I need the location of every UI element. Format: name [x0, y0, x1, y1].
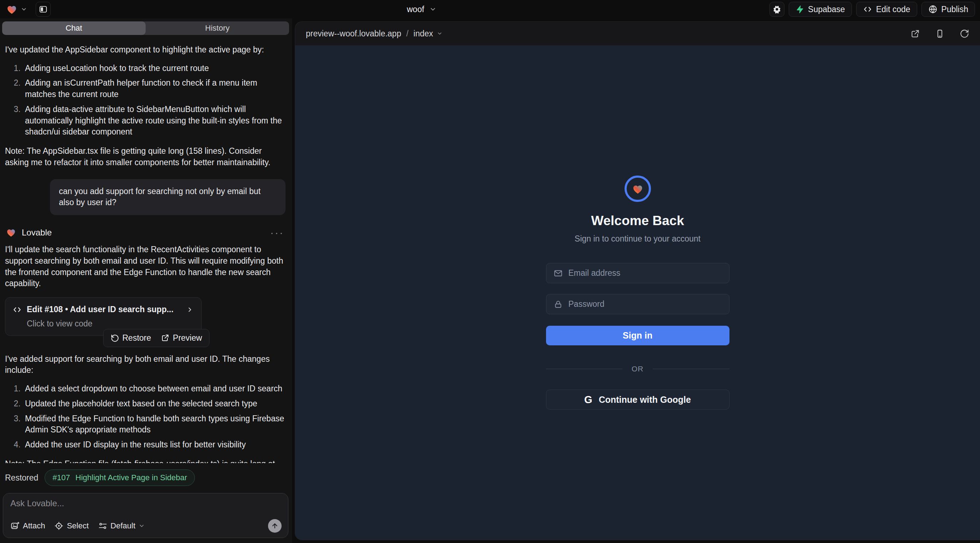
edit-card-title: Edit #108 • Add user ID search supp...: [27, 304, 173, 315]
toggle-sidebar-button[interactable]: [36, 2, 51, 17]
edit-code-button[interactable]: Edit code: [856, 2, 917, 17]
chevron-down-icon: [138, 523, 145, 529]
version-number: #107: [52, 473, 70, 482]
supabase-bolt-icon: [795, 5, 804, 14]
lovable-heart-icon: [5, 3, 19, 15]
google-sign-in-button[interactable]: G Continue with Google: [546, 390, 729, 410]
password-field[interactable]: [568, 299, 722, 309]
settings-button[interactable]: [770, 2, 784, 17]
edit-card-subtitle: Click to view code: [27, 318, 193, 330]
restored-label: Restored: [5, 473, 38, 483]
edit-card-actions: Restore Preview: [103, 329, 210, 347]
email-field[interactable]: [568, 268, 722, 278]
app-logo: [625, 176, 651, 202]
mobile-preview-button[interactable]: [935, 29, 945, 38]
publish-button[interactable]: Publish: [921, 2, 975, 17]
assistant-note: Note: The AppSidebar.tsx file is getting…: [5, 146, 286, 168]
list-item: Added a select dropdown to choose betwee…: [23, 383, 286, 395]
chat-composer: Attach Select: [3, 493, 288, 538]
preview-page: index: [414, 29, 433, 38]
lovable-heart-icon: [631, 183, 644, 195]
attach-button[interactable]: Attach: [10, 521, 45, 530]
attach-button-label: Attach: [23, 521, 45, 530]
sign-in-button[interactable]: Sign in: [546, 326, 729, 345]
chat-input[interactable]: [10, 499, 282, 519]
sliders-icon: [98, 521, 107, 530]
tab-history[interactable]: History: [146, 21, 289, 35]
list-item: Added the user ID display in the results…: [23, 439, 286, 451]
assistant-author-name: Lovable: [22, 227, 52, 238]
login-subtitle: Sign in to continue to your account: [574, 234, 700, 244]
preview-viewport: Welcome Back Sign in to continue to your…: [295, 45, 980, 540]
preview-panel: preview--woof.lovable.app / index: [295, 21, 980, 540]
preview-url[interactable]: preview--woof.lovable.app / index: [306, 29, 442, 38]
chat-messages: I've updated the AppSidebar component to…: [0, 35, 292, 463]
chat-history-tabs: Chat History: [2, 21, 289, 35]
version-badge[interactable]: #107 Highlight Active Page in Sidebar: [45, 470, 195, 486]
preview-button-label: Preview: [173, 333, 202, 343]
supabase-button-label: Supabase: [808, 5, 845, 14]
send-button[interactable]: [268, 519, 282, 533]
chat-panel: Chat History I've updated the AppSidebar…: [0, 19, 292, 543]
restore-icon: [111, 333, 119, 342]
select-target-icon: [54, 521, 64, 530]
assistant-paragraph: I'll update the search functionality in …: [5, 244, 286, 289]
chevron-down-icon: [21, 6, 27, 13]
lovable-app-window: woof Supabase: [0, 0, 980, 543]
assistant-paragraph: I've added support for searching by both…: [5, 354, 286, 376]
open-in-new-tab-button[interactable]: [910, 29, 920, 38]
user-message: can you add support for searching not on…: [50, 179, 285, 215]
assistant-note: Note: The Edge Function file (fetch-fire…: [5, 459, 286, 463]
assistant-list: Added a select dropdown to choose betwee…: [5, 383, 286, 451]
gear-icon: [772, 5, 781, 14]
select-button-label: Select: [67, 521, 89, 530]
mail-icon: [554, 268, 563, 278]
chevron-right-icon: [186, 306, 193, 313]
refresh-icon: [960, 29, 969, 38]
mode-selector-button[interactable]: Default: [98, 521, 145, 530]
lovable-logo-menu[interactable]: [5, 3, 27, 15]
list-item: Adding an isCurrentPath helper function …: [23, 78, 286, 100]
or-divider: OR: [546, 365, 729, 373]
select-button[interactable]: Select: [54, 521, 89, 530]
attach-image-icon: [10, 521, 20, 530]
lovable-heart-icon: [5, 227, 17, 238]
publish-button-label: Publish: [942, 5, 968, 14]
email-field-wrapper: [546, 263, 729, 283]
panel-left-icon: [38, 5, 48, 14]
tab-chat[interactable]: Chat: [2, 21, 146, 35]
url-separator: /: [406, 29, 408, 38]
preview-toolbar: preview--woof.lovable.app / index: [295, 22, 980, 45]
assistant-paragraph: I've updated the AppSidebar component to…: [5, 44, 286, 56]
restore-button[interactable]: Restore: [111, 333, 151, 343]
refresh-button[interactable]: [960, 29, 969, 38]
password-field-wrapper: [546, 294, 729, 314]
external-link-icon: [910, 29, 920, 38]
message-menu-button[interactable]: ···: [270, 230, 286, 235]
divider-label: OR: [632, 365, 644, 373]
list-item: Adding useLocation hook to track the cur…: [23, 63, 286, 74]
lock-icon: [554, 300, 563, 309]
topbar: woof Supabase: [0, 0, 980, 19]
edit-card-wrapper: Edit #108 • Add user ID search supp... C…: [5, 297, 202, 335]
arrow-up-icon: [271, 522, 278, 529]
list-item: Updated the placeholder text based on th…: [23, 398, 286, 410]
assistant-message-header: Lovable ···: [5, 227, 286, 238]
globe-icon: [928, 5, 937, 14]
code-icon: [863, 5, 872, 14]
restore-button-label: Restore: [123, 333, 151, 343]
list-item: Adding data-active attribute to SidebarM…: [23, 104, 286, 138]
supabase-button[interactable]: Supabase: [789, 2, 852, 17]
mode-selector-label: Default: [111, 521, 135, 530]
chevron-down-icon: [437, 31, 442, 37]
project-menu[interactable]: woof: [407, 0, 436, 19]
edit-code-button-label: Edit code: [876, 5, 910, 14]
google-button-label: Continue with Google: [599, 395, 691, 405]
preview-domain: preview--woof.lovable.app: [306, 29, 401, 38]
login-card: Welcome Back Sign in to continue to your…: [546, 176, 729, 410]
divider-line: [653, 368, 729, 369]
restored-row: Restored #107 Highlight Active Page in S…: [0, 463, 292, 487]
mobile-icon: [935, 29, 945, 38]
chevron-down-icon: [430, 6, 436, 13]
preview-button[interactable]: Preview: [161, 333, 202, 343]
